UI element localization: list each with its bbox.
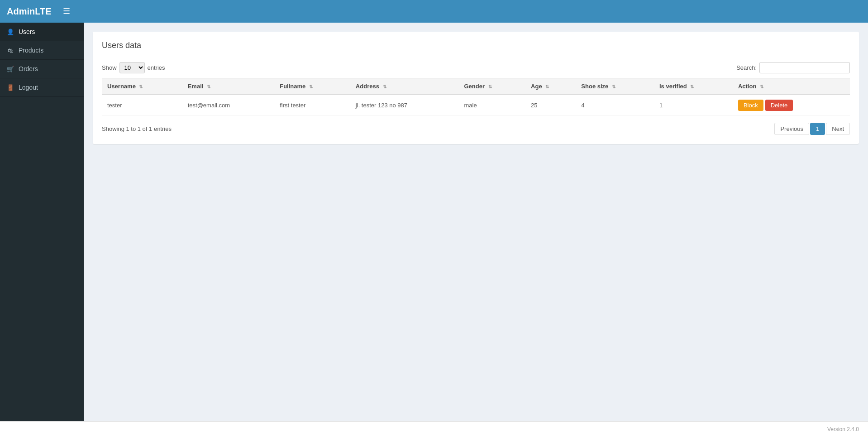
sidebar-item-products[interactable]: 🛍 Products — [0, 41, 84, 60]
main-footer: Version 2.4.0 — [0, 421, 868, 437]
col-header-username[interactable]: Username ⇅ — [102, 78, 182, 95]
sidebar-link-users[interactable]: 👤 Users — [0, 23, 84, 41]
navbar: AdminLTE ☰ — [0, 0, 868, 23]
table-footer: Showing 1 to 1 of 1 entries Previous 1 N… — [102, 123, 850, 135]
show-label: Show — [102, 64, 117, 71]
cell-action: BlockDelete — [733, 95, 850, 116]
sort-icon-address: ⇅ — [383, 84, 386, 89]
cell-fullname: first tester — [274, 95, 350, 116]
search-input[interactable] — [759, 62, 850, 73]
sort-icon-gender: ⇅ — [488, 84, 492, 89]
layout-wrapper: 👤 Users 🛍 Products 🛒 Orders 🚪 Logout Use… — [0, 23, 868, 421]
products-icon: 🛍 — [7, 47, 14, 54]
sort-icon-email: ⇅ — [207, 84, 210, 89]
entries-select[interactable]: 102550100 — [119, 62, 145, 73]
table-row: testertest@email.comfirst testerjl. test… — [102, 95, 850, 116]
table-header: Username ⇅Email ⇅Fullname ⇅Address ⇅Gend… — [102, 78, 850, 95]
cell-is_verified: 1 — [654, 95, 733, 116]
sort-icon-is_verified: ⇅ — [690, 84, 694, 89]
table-header-row: Username ⇅Email ⇅Fullname ⇅Address ⇅Gend… — [102, 78, 850, 95]
col-header-fullname[interactable]: Fullname ⇅ — [274, 78, 350, 95]
cell-age: 25 — [525, 95, 576, 116]
next-button[interactable]: Next — [826, 123, 850, 135]
search-label: Search: — [736, 64, 757, 71]
sidebar-link-logout[interactable]: 🚪 Logout — [0, 78, 84, 96]
col-header-action[interactable]: Action ⇅ — [733, 78, 850, 95]
sidebar-menu: 👤 Users 🛍 Products 🛒 Orders 🚪 Logout — [0, 23, 84, 421]
col-header-address[interactable]: Address ⇅ — [350, 78, 459, 95]
col-header-is_verified[interactable]: Is verified ⇅ — [654, 78, 733, 95]
col-header-shoe_size[interactable]: Shoe size ⇅ — [576, 78, 654, 95]
cell-address: jl. tester 123 no 987 — [350, 95, 459, 116]
orders-icon: 🛒 — [7, 66, 14, 72]
sidebar-item-orders[interactable]: 🛒 Orders — [0, 60, 84, 78]
delete-button[interactable]: Delete — [765, 100, 793, 111]
sort-icon-action: ⇅ — [760, 84, 763, 89]
sidebar-link-products[interactable]: 🛍 Products — [0, 41, 84, 59]
pagination: Previous 1 Next — [774, 123, 850, 135]
sidebar-toggle-button[interactable]: ☰ — [58, 4, 75, 19]
users-icon: 👤 — [7, 29, 14, 35]
hamburger-icon: ☰ — [63, 7, 70, 16]
cell-email: test@email.com — [182, 95, 275, 116]
users-table: Username ⇅Email ⇅Fullname ⇅Address ⇅Gend… — [102, 78, 850, 116]
sort-icon-age: ⇅ — [545, 84, 549, 89]
brand-logo: AdminLTE — [7, 6, 52, 17]
cell-gender: male — [458, 95, 525, 116]
showing-text: Showing 1 to 1 of 1 entries — [102, 125, 172, 132]
sort-icon-shoe_size: ⇅ — [612, 84, 615, 89]
cell-shoe_size: 4 — [576, 95, 654, 116]
sidebar-label-users: Users — [19, 28, 35, 35]
sidebar-label-logout: Logout — [19, 84, 38, 91]
logout-icon: 🚪 — [7, 84, 14, 91]
sort-icon-fullname: ⇅ — [309, 84, 313, 89]
show-entries-control: Show 102550100 entries — [102, 62, 165, 73]
col-header-gender[interactable]: Gender ⇅ — [458, 78, 525, 95]
col-header-age[interactable]: Age ⇅ — [525, 78, 576, 95]
sidebar: 👤 Users 🛍 Products 🛒 Orders 🚪 Logout — [0, 23, 84, 421]
search-control: Search: — [736, 62, 850, 73]
sidebar-item-users[interactable]: 👤 Users — [0, 23, 84, 41]
page-title: Users data — [102, 41, 850, 55]
page-1-button[interactable]: 1 — [810, 123, 825, 135]
table-body: testertest@email.comfirst testerjl. test… — [102, 95, 850, 116]
sort-icon-username: ⇅ — [139, 84, 143, 89]
entries-label: entries — [148, 64, 165, 71]
sidebar-item-logout[interactable]: 🚪 Logout — [0, 78, 84, 97]
sidebar-link-orders[interactable]: 🛒 Orders — [0, 60, 84, 78]
table-controls: Show 102550100 entries Search: — [102, 62, 850, 73]
version-text: Version 2.4.0 — [827, 426, 859, 432]
col-header-email[interactable]: Email ⇅ — [182, 78, 275, 95]
sidebar-label-orders: Orders — [19, 65, 38, 72]
block-button[interactable]: Block — [738, 100, 763, 111]
sidebar-label-products: Products — [19, 47, 43, 54]
content-wrapper: Users data Show 102550100 entries Search… — [84, 23, 868, 421]
previous-button[interactable]: Previous — [774, 123, 809, 135]
cell-username: tester — [102, 95, 182, 116]
users-data-box: Users data Show 102550100 entries Search… — [93, 32, 859, 144]
